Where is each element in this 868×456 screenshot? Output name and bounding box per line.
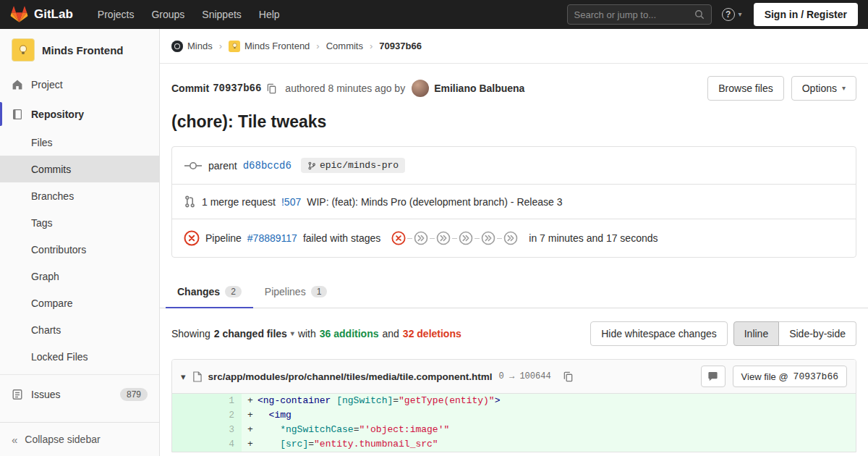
breadcrumb-commits[interactable]: Commits xyxy=(326,41,363,51)
sidebar-item-branches[interactable]: Branches xyxy=(0,182,159,209)
nav-link-help[interactable]: Help xyxy=(250,1,289,28)
branch-name: epic/minds-pro xyxy=(320,160,399,171)
parent-sha-link[interactable]: d68bccd6 xyxy=(243,160,292,172)
changed-files-label: 2 changed files xyxy=(214,328,287,339)
new-line-number[interactable]: 1 xyxy=(207,394,242,408)
sidebar-item-compare[interactable]: Compare xyxy=(0,290,159,316)
sidebar-divider xyxy=(0,374,159,375)
inline-view-button[interactable]: Inline xyxy=(733,321,779,346)
collapse-sidebar-button[interactable]: « Collapse sidebar xyxy=(0,422,159,456)
sidebar-item-repository[interactable]: Repository xyxy=(0,99,159,129)
sidebar-item-commits[interactable]: Commits xyxy=(0,156,159,182)
pipeline-failed-icon[interactable] xyxy=(184,230,200,246)
view-file-button[interactable]: View file @ 70937b66 xyxy=(733,366,847,387)
breadcrumb-minds-frontend[interactable]: Minds Frontend xyxy=(229,41,310,52)
new-line-number[interactable]: 3 xyxy=(207,423,242,437)
sidebar-item-contributors[interactable]: Contributors xyxy=(0,236,159,263)
hide-whitespace-button[interactable]: Hide whitespace changes xyxy=(590,321,728,346)
view-file-label: View file @ xyxy=(741,371,788,382)
changed-files-dropdown[interactable]: 2 changed files ▾ xyxy=(214,328,294,339)
addition-sign: + xyxy=(247,394,258,408)
sidebar-item-project[interactable]: Project xyxy=(0,69,159,99)
copy-path-button[interactable] xyxy=(563,371,574,382)
old-line-number[interactable] xyxy=(172,437,207,452)
showing-label: Showing xyxy=(171,328,210,339)
additions-count: 36 additions xyxy=(320,328,379,339)
diff-table: 1 +<ng-container [ngSwitch]="getType(ent… xyxy=(172,394,856,452)
pipeline-stage-skipped-icon[interactable] xyxy=(406,231,428,245)
pipeline-status-text: failed with stages xyxy=(303,232,380,244)
author-avatar[interactable] xyxy=(412,80,429,97)
global-search[interactable] xyxy=(567,4,712,25)
project-sidebar: Minds Frontend Project Repository Files … xyxy=(0,29,160,456)
sidebar-item-tags[interactable]: Tags xyxy=(0,209,159,236)
pipeline-stage-skipped-icon[interactable] xyxy=(473,231,495,245)
browse-files-label: Browse files xyxy=(718,83,773,94)
parent-label: parent xyxy=(208,160,237,172)
copy-icon xyxy=(563,371,574,382)
main-content: Minds › Minds Frontend › Commits › 70937… xyxy=(160,0,868,452)
pipeline-stage-skipped-icon[interactable] xyxy=(451,231,473,245)
help-menu[interactable]: ? ▾ xyxy=(722,8,742,21)
tab-pipelines[interactable]: Pipelines 1 xyxy=(253,275,339,308)
breadcrumb-current-sha: 70937b66 xyxy=(379,41,422,51)
pipeline-stage-failed-icon[interactable] xyxy=(391,231,406,245)
diff-file-card: ▾ src/app/modules/pro/channel/tiles/medi… xyxy=(171,359,856,452)
pipeline-row: Pipeline #78889117 failed with stages xyxy=(172,219,856,257)
collapse-diff-icon[interactable]: ▾ xyxy=(181,371,186,382)
side-by-side-view-button[interactable]: Side-by-side xyxy=(779,321,856,346)
breadcrumb-minds[interactable]: Minds xyxy=(171,41,213,52)
author-name[interactable]: Emiliano Balbuena xyxy=(434,83,524,94)
commit-actions: Browse files Options ▾ xyxy=(707,76,856,101)
diff-file-header: ▾ src/app/modules/pro/channel/tiles/medi… xyxy=(172,360,856,394)
diff-line-row: 1 +<ng-container [ngSwitch]="getType(ent… xyxy=(172,394,856,408)
copy-icon xyxy=(266,83,277,94)
sidebar-item-files[interactable]: Files xyxy=(0,129,159,156)
nav-link-snippets[interactable]: Snippets xyxy=(193,1,250,28)
gitlab-tanuki-icon xyxy=(10,6,28,23)
pipeline-stage-skipped-icon[interactable] xyxy=(428,231,451,245)
code-token: "'object:image'" xyxy=(359,424,449,435)
sign-in-button[interactable]: Sign in / Register xyxy=(754,3,858,26)
minds-frontend-avatar xyxy=(229,41,240,52)
search-input[interactable] xyxy=(574,9,694,20)
commit-icon xyxy=(184,161,203,171)
commit-meta-text: authored 8 minutes ago by xyxy=(285,83,405,94)
sidebar-item-graph[interactable]: Graph xyxy=(0,263,159,290)
breadcrumb-label: Minds xyxy=(187,41,213,51)
breadcrumb-label: Commits xyxy=(326,41,363,51)
tab-label: Pipelines xyxy=(265,286,306,297)
browse-files-button[interactable]: Browse files xyxy=(707,76,783,101)
breadcrumb-separator-icon: › xyxy=(370,41,373,51)
nav-link-projects[interactable]: Projects xyxy=(89,1,143,28)
pipeline-id-link[interactable]: #78889117 xyxy=(247,232,297,244)
sidebar-item-issues[interactable]: Issues 879 xyxy=(0,379,159,409)
mr-ref-link[interactable]: !507 xyxy=(281,196,301,208)
tab-changes[interactable]: Changes 2 xyxy=(166,275,253,308)
breadcrumb-separator-icon: › xyxy=(219,41,222,51)
by-label: by xyxy=(394,83,405,94)
search-icon xyxy=(694,9,705,20)
old-line-number[interactable] xyxy=(172,423,207,437)
old-line-number[interactable] xyxy=(172,394,207,408)
top-navbar: GitLab Projects Groups Snippets Help ? ▾… xyxy=(0,0,868,29)
old-line-number[interactable] xyxy=(172,408,207,423)
branch-ref-pill[interactable]: epic/minds-pro xyxy=(301,158,405,173)
new-line-number[interactable]: 2 xyxy=(207,408,242,423)
sidebar-item-locked-files[interactable]: Locked Files xyxy=(0,343,159,370)
sidebar-item-charts[interactable]: Charts xyxy=(0,316,159,343)
diff-file-path[interactable]: src/app/modules/pro/channel/tiles/media/… xyxy=(208,371,493,382)
options-dropdown-button[interactable]: Options ▾ xyxy=(791,76,856,101)
pipeline-stage-skipped-icon[interactable] xyxy=(495,231,518,245)
pipeline-duration: in 7 minutes and 17 seconds xyxy=(529,232,658,244)
addition-sign: + xyxy=(247,408,258,423)
copy-sha-button[interactable] xyxy=(266,83,277,94)
file-mode: 0 → 100644 xyxy=(499,371,551,381)
gitlab-logo[interactable]: GitLab xyxy=(10,6,73,23)
project-avatar xyxy=(12,38,35,62)
project-header[interactable]: Minds Frontend xyxy=(0,29,159,69)
new-line-number[interactable]: 4 xyxy=(207,437,242,452)
nav-link-groups[interactable]: Groups xyxy=(142,1,193,28)
breadcrumb-label: Minds Frontend xyxy=(244,41,310,51)
toggle-comments-button[interactable] xyxy=(701,366,726,387)
